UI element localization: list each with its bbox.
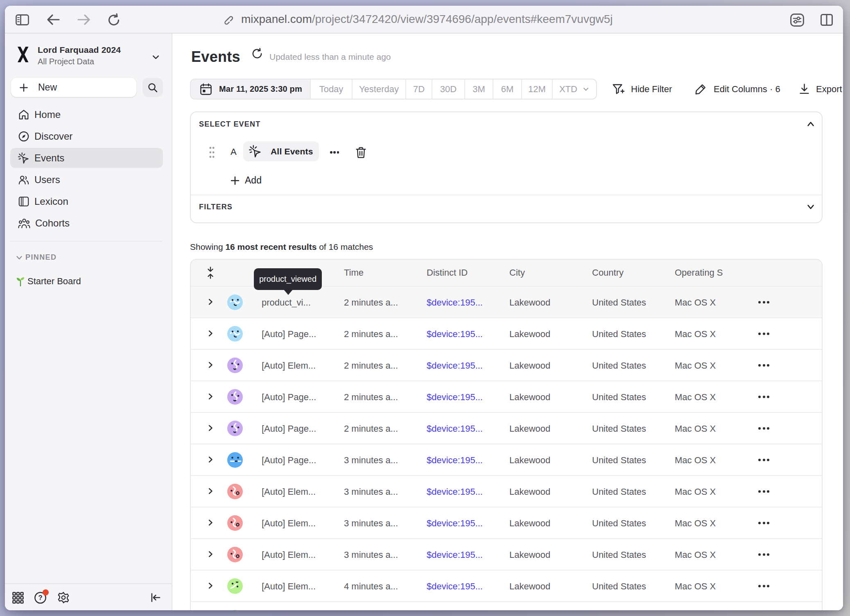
svg-text:?: ?: [38, 594, 42, 601]
